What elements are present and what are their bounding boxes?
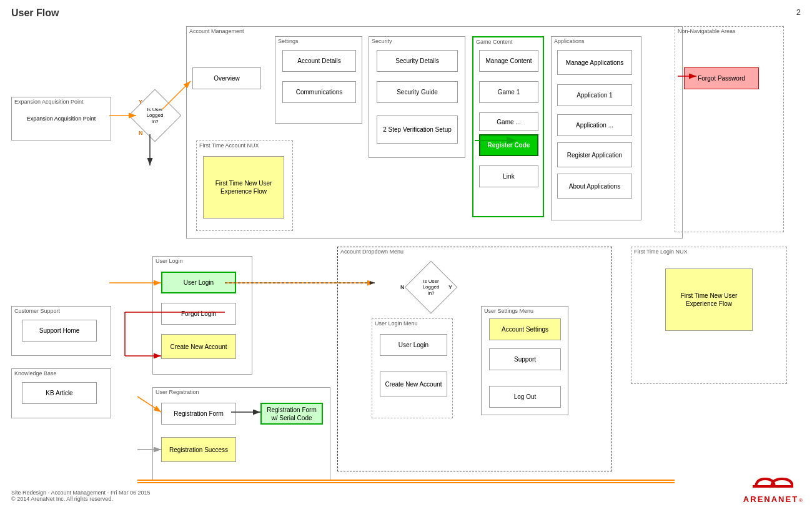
diamond-user-logged-bottom: Is UserLoggedIn?: [412, 268, 450, 306]
account-dropdown-label: Account Dropdown Menu: [340, 249, 404, 255]
page-title: User Flow: [11, 7, 59, 19]
user-registration-label: User Registration: [156, 389, 199, 395]
first-time-nux-label: First Time Account NUX: [199, 142, 259, 149]
user-login-box: User Login: [161, 272, 236, 293]
arenanet-logo: ARENANET ®: [743, 476, 803, 504]
security-details-box: Security Details: [377, 50, 458, 72]
log-out-box: Log Out: [489, 386, 561, 408]
account-details-box: Account Details: [282, 50, 356, 72]
game-content-label: Game Content: [476, 39, 513, 45]
arenanet-name: ARENANET: [743, 495, 798, 504]
first-time-new-user-top-box: First Time New User Experience Flow: [203, 156, 284, 219]
register-code-box: Register Code: [479, 134, 538, 156]
n-label-bottom: N: [400, 284, 405, 290]
game1-box: Game 1: [479, 81, 538, 103]
footer: Site Redesign - Account Management - Fri…: [11, 490, 151, 502]
create-new-account-menu-box: Create New Account: [380, 372, 447, 396]
user-settings-menu-label: User Settings Menu: [484, 308, 533, 314]
settings-label: Settings: [278, 38, 299, 44]
account-settings-box: Account Settings: [489, 318, 561, 340]
register-application-box: Register Application: [557, 142, 632, 167]
first-time-login-nux-label: First Time Login NUX: [634, 249, 688, 255]
game-dots-box: Game ...: [479, 112, 538, 131]
registration-success-box: Registration Success: [161, 437, 236, 462]
first-time-new-user-bottom-box: First Time New User Experience Flow: [665, 268, 753, 331]
about-applications-box: About Applications: [557, 174, 632, 199]
application-dots-box: Application ...: [557, 114, 632, 136]
manage-content-box: Manage Content: [479, 50, 538, 72]
expansion-acquisition-box: Expansion Acquisition Point: [11, 97, 111, 140]
user-registration-container: User Registration: [152, 387, 330, 481]
footer-line2: © 2014 ArenaNet Inc. All rights reserved…: [11, 496, 151, 502]
footer-line1: Site Redesign - Account Management - Fri…: [11, 490, 151, 496]
user-login-section-label: User Login: [156, 258, 183, 264]
communications-box: Communications: [282, 81, 356, 103]
settings-container: Settings: [275, 36, 362, 124]
user-login-menu-box: User Login: [380, 334, 447, 356]
non-navigatable-label: Non-Navigatable Areas: [678, 28, 736, 34]
kb-article-box: KB Article: [22, 382, 97, 404]
manage-applications-box: Manage Applications: [557, 50, 632, 75]
two-step-box: 2 Step Verification Setup: [377, 116, 458, 144]
security-label: Security: [372, 38, 392, 44]
create-new-account-box: Create New Account: [161, 334, 236, 359]
registration-form-box: Registration Form: [161, 403, 236, 425]
knowledge-base-label: Knowledge Base: [14, 370, 57, 377]
diamond-user-logged-top: Is UserLoggedIn?: [136, 97, 174, 134]
applications-label: Applications: [554, 38, 585, 44]
support-home-box: Support Home: [22, 320, 97, 342]
customer-support-label: Customer Support: [14, 308, 60, 314]
non-navigatable-container: Non-Navigatable Areas: [675, 26, 784, 232]
page-number: 2: [796, 7, 801, 17]
forgot-login-box: Forgot Login: [161, 303, 236, 325]
overview-box: Overview: [192, 67, 261, 89]
registration-form-code-box: Registration Form w/ Serial Code: [260, 403, 323, 425]
user-login-menu-label: User Login Menu: [375, 320, 418, 327]
link-box: Link: [479, 165, 538, 187]
support-menu-box: Support: [489, 348, 561, 370]
arenanet-registered: ®: [799, 498, 803, 503]
security-guide-box: Security Guide: [377, 81, 458, 103]
svg-rect-19: [753, 485, 793, 488]
application1-box: Application 1: [557, 84, 632, 106]
bottom-scroll-indicator: [137, 480, 675, 483]
user-login-menu-container: User Login Menu: [372, 318, 453, 418]
forgot-password-box: Forgot Password: [684, 67, 759, 89]
account-management-label: Account Management: [189, 28, 244, 34]
